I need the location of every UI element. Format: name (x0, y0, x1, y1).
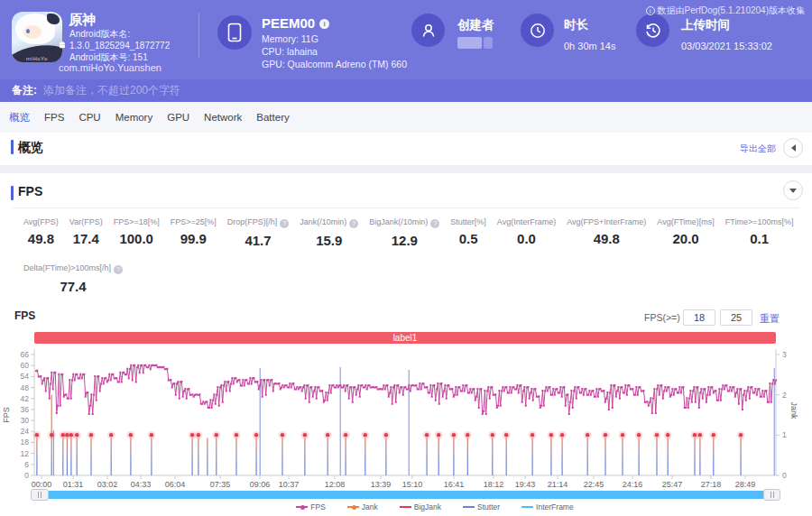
creator-name-blurred-2 (484, 37, 493, 49)
tab-FPS[interactable]: FPS (44, 112, 64, 123)
legend-item-Stutter[interactable]: Stutter (463, 502, 500, 511)
game-version-label: Android版本名: (69, 29, 130, 40)
svg-text:19:43: 19:43 (515, 480, 536, 489)
device-info-icon[interactable]: i (319, 19, 329, 29)
game-package: com.miHoYo.Yuanshen (59, 62, 161, 73)
stat-label: FTime>=100ms[%] (725, 217, 794, 226)
help-icon[interactable]: ? (280, 219, 289, 228)
svg-text:0: 0 (24, 471, 29, 480)
stat-FTime>=100ms[%]: FTime>=100ms[%]0.1 (725, 217, 794, 248)
collapse-left-icon (791, 144, 796, 152)
stat-Avg(FTime)[ms]: Avg(FTime)[ms]20.0 (657, 217, 715, 248)
stat-Jank(/10min): Jank(/10min)?15.9 (300, 217, 358, 248)
svg-text:21:14: 21:14 (548, 480, 568, 489)
tab-GPU[interactable]: GPU (167, 112, 189, 123)
svg-text:12:08: 12:08 (325, 480, 346, 489)
stat-value: 49.8 (23, 231, 59, 246)
android-icon (58, 41, 67, 50)
stat-value: 0.5 (450, 231, 486, 246)
svg-text:16:41: 16:41 (444, 480, 465, 489)
svg-text:01:31: 01:31 (63, 480, 84, 489)
stat-label: BigJank(/10min)? (369, 217, 439, 228)
stat-value: 0.0 (497, 231, 556, 246)
legend-swatch (347, 506, 359, 508)
svg-text:13:39: 13:39 (371, 480, 392, 489)
help-icon[interactable]: ? (349, 219, 358, 228)
fps-threshold-label: FPS(>=) (644, 312, 680, 323)
tab-Network[interactable]: Network (204, 112, 242, 123)
stat-label: FPS>=18[%] (114, 217, 160, 226)
svg-text:28:49: 28:49 (735, 480, 756, 489)
export-all-link[interactable]: 导出全部 (740, 143, 776, 155)
duration-icon (521, 14, 554, 47)
stat-Drop(FPS)[/h]: Drop(FPS)[/h]?41.7 (227, 217, 290, 248)
creator-icon (411, 14, 445, 47)
remark-bar[interactable]: 备注: 添加备注，不超过200个字符 (0, 79, 812, 102)
device-memory: Memory: 11G (262, 33, 318, 44)
fps-stats-row2: Delta(FTime)>100ms[/h]?77.4 (23, 263, 123, 294)
creator-label: 创建者 (457, 17, 494, 33)
svg-text:6: 6 (24, 460, 29, 469)
stat-FPS>=18[%]: FPS>=18[%]100.0 (114, 217, 160, 248)
overview-title-bar (11, 140, 14, 154)
stat-Delta(FTime)>100ms[/h]: Delta(FTime)>100ms[/h]?77.4 (23, 263, 123, 294)
stat-Var(FPS): Var(FPS)17.4 (69, 217, 103, 248)
fps-title-bar (11, 186, 14, 200)
legend-label: FPS (310, 502, 326, 511)
legend-item-Jank[interactable]: Jank (347, 502, 378, 511)
legend-item-FPS[interactable]: FPS (296, 502, 326, 511)
stat-value: 99.9 (171, 231, 217, 246)
svg-text:09:06: 09:06 (250, 480, 271, 489)
legend-label: InterFrame (536, 502, 574, 511)
svg-text:25:47: 25:47 (662, 480, 683, 489)
chart-legend: FPSJankBigJankStutterInterFrame (34, 502, 812, 511)
svg-text:30: 30 (21, 416, 30, 425)
help-icon[interactable]: ? (430, 219, 439, 228)
stat-label: Avg(FTime)[ms] (657, 217, 715, 226)
tab-Battery[interactable]: Battery (256, 112, 289, 123)
upload-time-icon (636, 14, 669, 47)
tab-概览[interactable]: 概览 (9, 111, 30, 124)
legend-swatch (463, 506, 475, 508)
legend-label: Jank (362, 502, 378, 511)
legend-swatch (400, 506, 411, 508)
scrollbar-right-handle[interactable] (763, 489, 780, 501)
svg-text:24:16: 24:16 (623, 480, 643, 489)
stat-Avg(FPS+InterFrame): Avg(FPS+InterFrame)49.8 (567, 217, 646, 248)
stat-label: Stutter[%] (450, 217, 486, 226)
stat-value: 49.8 (567, 231, 646, 246)
legend-item-InterFrame[interactable]: InterFrame (521, 502, 574, 511)
game-version-value: 1.3.0_1825294_1872772 (69, 41, 170, 51)
svg-text:3: 3 (782, 350, 787, 359)
stat-value: 0.1 (725, 231, 794, 246)
overview-collapse-button[interactable] (783, 138, 803, 158)
svg-text:1: 1 (782, 430, 787, 439)
svg-text:48: 48 (21, 383, 30, 392)
stat-label: Avg(InterFrame) (497, 217, 556, 226)
fps-collapse-button[interactable] (783, 180, 803, 200)
device-cpu: CPU: lahaina (262, 46, 318, 57)
stat-label: Var(FPS) (69, 217, 103, 226)
svg-text:22:45: 22:45 (584, 480, 604, 489)
svg-text:06:04: 06:04 (165, 480, 186, 489)
chart-scrollbar[interactable] (34, 491, 778, 499)
help-icon[interactable]: ? (114, 265, 123, 274)
tab-CPU[interactable]: CPU (78, 112, 100, 123)
fps-divider (13, 207, 799, 208)
tab-Memory[interactable]: Memory (115, 112, 153, 123)
legend-label: Stutter (477, 502, 500, 511)
fps-threshold-high-input[interactable] (720, 309, 752, 326)
stat-Avg(InterFrame): Avg(InterFrame)0.0 (497, 217, 556, 248)
tab-bar: 概览FPSCPUMemoryGPUNetworkBattery (0, 102, 812, 133)
reset-link[interactable]: 重置 (760, 312, 780, 326)
device-gpu: GPU: Qualcomm Adreno (TM) 660 (262, 59, 407, 69)
scrollbar-left-handle[interactable] (31, 489, 49, 501)
stat-label: FPS>=25[%] (171, 217, 217, 226)
fps-section: FPS Avg(FPS)49.8Var(FPS)17.4FPS>=18[%]10… (0, 173, 812, 516)
svg-text:18: 18 (21, 438, 30, 447)
legend-item-BigJank[interactable]: BigJank (400, 502, 441, 511)
fps-threshold-low-input[interactable] (683, 309, 715, 326)
stat-BigJank(/10min): BigJank(/10min)?12.9 (369, 217, 439, 248)
svg-text:10:37: 10:37 (279, 480, 300, 489)
stat-label: Avg(FPS+InterFrame) (567, 217, 646, 226)
